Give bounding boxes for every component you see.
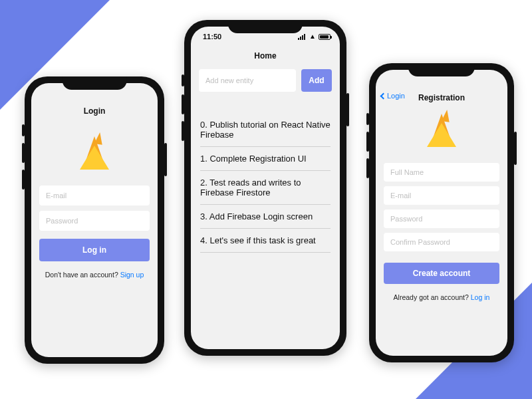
- cellular-signal-icon: [298, 34, 307, 40]
- page-title: Registration: [418, 93, 465, 102]
- password-field-wrap[interactable]: [39, 211, 150, 231]
- volume-down-button: [22, 170, 25, 190]
- mute-switch: [22, 124, 25, 136]
- signup-hint: Don't have an account? Sign up: [39, 271, 150, 279]
- power-button: [514, 132, 517, 165]
- email-field-wrap[interactable]: [39, 186, 150, 205]
- status-bar: 11:50 ▲: [191, 27, 340, 47]
- chevron-left-icon: [380, 92, 387, 99]
- volume-up-button: [366, 132, 369, 152]
- list-item[interactable]: 0. Publish tutorial on React Native Fire…: [200, 113, 331, 146]
- entity-list: 0. Publish tutorial on React Native Fire…: [191, 113, 340, 253]
- page-title: Home: [254, 51, 276, 61]
- firebase-logo-icon: [426, 110, 458, 151]
- volume-down-button: [182, 121, 184, 141]
- add-button[interactable]: Add: [301, 69, 332, 92]
- add-entity-input[interactable]: [205, 76, 289, 84]
- email-field[interactable]: [390, 192, 493, 200]
- add-entity-field-wrap[interactable]: [199, 69, 296, 92]
- list-item[interactable]: 2. Test reads and writes to Firebase Fir…: [200, 171, 331, 204]
- navbar: Home: [191, 47, 340, 65]
- login-link[interactable]: Log in: [471, 293, 490, 301]
- list-item[interactable]: 1. Complete Registration UI: [200, 147, 331, 170]
- email-field-wrap[interactable]: [384, 186, 499, 205]
- login-hint-text: Already got an account?: [394, 293, 471, 301]
- fullname-field[interactable]: [390, 168, 493, 176]
- password-field[interactable]: [46, 217, 143, 225]
- fullname-field-wrap[interactable]: [384, 163, 499, 182]
- power-button: [346, 93, 349, 126]
- mute-switch: [182, 74, 184, 86]
- password-field[interactable]: [390, 215, 493, 223]
- status-time: 11:50: [203, 33, 221, 41]
- power-button: [164, 143, 167, 176]
- confirm-password-field-wrap[interactable]: [384, 233, 499, 251]
- mute-switch: [366, 113, 369, 125]
- navbar: Login Registration: [376, 88, 507, 107]
- list-item[interactable]: 4. Let's see if this task is great: [200, 229, 331, 252]
- password-field-wrap[interactable]: [384, 209, 499, 228]
- confirm-password-field[interactable]: [390, 238, 493, 246]
- signup-link[interactable]: Sign up: [120, 271, 144, 279]
- divider: [200, 252, 331, 253]
- create-account-button[interactable]: Create account: [384, 263, 499, 284]
- volume-up-button: [22, 143, 25, 163]
- back-button[interactable]: Login: [381, 92, 405, 100]
- list-item[interactable]: 3. Add Firebase Login screen: [200, 205, 331, 228]
- phone-home: 11:50 ▲ Home Add 0. Publish tutorial on …: [184, 20, 346, 356]
- email-field[interactable]: [46, 192, 143, 200]
- back-label: Login: [387, 92, 405, 100]
- wifi-icon: ▲: [309, 33, 316, 40]
- firebase-logo-icon: [78, 132, 110, 174]
- navbar: Login: [31, 102, 158, 120]
- signup-hint-text: Don't have an account?: [45, 271, 120, 279]
- phone-registration: Login Registration: [369, 63, 514, 362]
- page-title: Login: [84, 106, 106, 116]
- phone-login: Login Log in Don't have an account? Sign…: [25, 76, 164, 364]
- login-hint: Already got an account? Log in: [384, 293, 499, 301]
- volume-up-button: [182, 94, 184, 114]
- volume-down-button: [366, 158, 369, 178]
- battery-icon: [319, 34, 331, 40]
- login-button[interactable]: Log in: [39, 239, 150, 261]
